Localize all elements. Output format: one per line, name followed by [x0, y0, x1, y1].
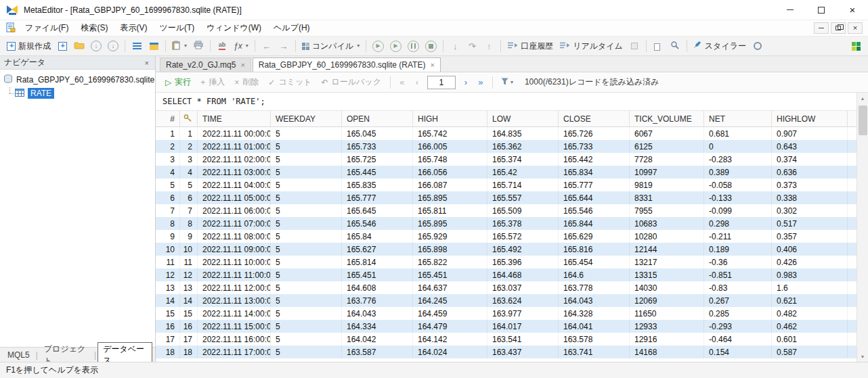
table-cell[interactable]: 165.378	[487, 217, 559, 230]
table-cell[interactable]: 10	[180, 243, 198, 256]
table-cell[interactable]: 165.451	[342, 268, 413, 281]
table-cell[interactable]: 12916	[630, 333, 704, 346]
table-cell[interactable]: 165.454	[559, 256, 630, 268]
table-cell[interactable]: 0.462	[772, 320, 848, 333]
column-header-key[interactable]	[180, 111, 198, 126]
new-file-button[interactable]: 新規作成	[4, 38, 53, 54]
table-cell[interactable]: 9	[156, 230, 180, 243]
account-history-button[interactable]: 口座履歴	[504, 38, 556, 54]
column-header-time[interactable]: TIME	[198, 111, 271, 126]
table-cell[interactable]: 5	[271, 217, 342, 230]
minimize-button[interactable]	[775, 0, 806, 20]
vertical-scrollbar[interactable]: ▲ ▼	[856, 93, 868, 362]
toolbox-toggle-button[interactable]	[146, 38, 162, 54]
table-cell[interactable]: 7955	[630, 204, 704, 217]
mdi-close-button[interactable]: ×	[848, 22, 863, 34]
navigate-forward-button[interactable]: →	[276, 38, 292, 54]
table-cell[interactable]: 7728	[630, 153, 704, 166]
table-row[interactable]: 12122022.11.11 11:00:005165.451165.45116…	[156, 268, 868, 281]
table-cell[interactable]: 165.546	[559, 204, 630, 217]
table-cell[interactable]: 0.601	[772, 333, 848, 346]
table-cell[interactable]: 6	[156, 191, 180, 204]
table-cell[interactable]: 0.681	[704, 127, 772, 140]
tree-item-table-rate[interactable]: RATE	[3, 87, 155, 100]
editor-tab-mq5[interactable]: Rate_v2.0_GJ.mq5 ×	[160, 57, 251, 72]
table-cell[interactable]: 0.154	[704, 346, 772, 358]
table-cell[interactable]: 15	[156, 307, 180, 320]
table-cell[interactable]: 0.374	[772, 153, 848, 166]
table-row[interactable]: 112022.11.11 00:00:005165.045165.742164.…	[156, 127, 868, 140]
table-cell[interactable]: -0.211	[704, 230, 772, 243]
table-cell[interactable]: 165.42	[487, 166, 559, 179]
table-cell[interactable]: 163.437	[487, 346, 559, 358]
table-cell[interactable]: 6	[180, 191, 198, 204]
table-cell[interactable]: 2022.11.11 08:00:00	[198, 230, 271, 243]
table-cell[interactable]: 5	[271, 230, 342, 243]
table-cell[interactable]: 165.733	[342, 140, 413, 153]
table-cell[interactable]: 166.005	[413, 140, 487, 153]
table-cell[interactable]: 164.043	[559, 294, 630, 307]
table-cell[interactable]: 163.037	[487, 281, 559, 294]
table-cell[interactable]: 0.482	[772, 307, 848, 320]
table-cell[interactable]: 164.245	[413, 294, 487, 307]
table-cell[interactable]: 13	[180, 281, 198, 294]
table-cell[interactable]: 2022.11.11 17:00:00	[198, 346, 271, 358]
table-cell[interactable]: 9819	[630, 179, 704, 191]
table-cell[interactable]: 165.777	[342, 191, 413, 204]
table-row[interactable]: 15152022.11.11 14:00:005164.043164.45916…	[156, 307, 868, 320]
table-cell[interactable]: 10	[156, 243, 180, 256]
table-cell[interactable]: 165.362	[487, 140, 559, 153]
table-cell[interactable]: 12069	[630, 294, 704, 307]
community-button[interactable]	[848, 38, 864, 54]
table-cell[interactable]: 5	[271, 140, 342, 153]
table-cell[interactable]: 11	[180, 256, 198, 268]
table-cell[interactable]: 164.459	[413, 307, 487, 320]
step-into-button[interactable]: ↓	[447, 38, 463, 54]
table-cell[interactable]: 5	[271, 320, 342, 333]
commit-button[interactable]: ✓ コミット	[264, 74, 316, 91]
table-cell[interactable]: 2022.11.11 11:00:00	[198, 268, 271, 281]
table-cell[interactable]: -0.851	[704, 268, 772, 281]
table-cell[interactable]: 2022.11.11 07:00:00	[198, 217, 271, 230]
table-row[interactable]: 16162022.11.11 15:00:005164.334164.47916…	[156, 320, 868, 333]
table-row[interactable]: 882022.11.11 07:00:005165.546165.895165.…	[156, 217, 868, 230]
debug-pause-button[interactable]	[405, 38, 422, 54]
rollback-button[interactable]: ↶ ロールバック	[317, 74, 385, 91]
table-cell[interactable]: 5	[271, 256, 342, 268]
table-cell[interactable]: -0.83	[704, 281, 772, 294]
table-cell[interactable]: 165.725	[342, 153, 413, 166]
step-out-button[interactable]: ↑	[481, 38, 497, 54]
table-cell[interactable]: 165.733	[559, 140, 630, 153]
table-cell[interactable]: 17	[156, 333, 180, 346]
table-cell[interactable]: 14	[156, 294, 180, 307]
table-cell[interactable]: 0.389	[704, 166, 772, 179]
table-cell[interactable]: 163.776	[342, 294, 413, 307]
table-cell[interactable]: 165.645	[342, 204, 413, 217]
table-cell[interactable]: 5	[271, 179, 342, 191]
table-cell[interactable]: 6067	[630, 127, 704, 140]
table-row[interactable]: 13132022.11.11 12:00:005164.608164.63716…	[156, 281, 868, 294]
table-cell[interactable]: 0.621	[772, 294, 848, 307]
table-cell[interactable]: -0.099	[704, 204, 772, 217]
table-cell[interactable]: 2022.11.11 01:00:00	[198, 140, 271, 153]
table-row[interactable]: 14142022.11.11 13:00:005163.776164.24516…	[156, 294, 868, 307]
table-cell[interactable]: 165.822	[413, 256, 487, 268]
table-row[interactable]: 18182022.11.11 17:00:005163.587164.02416…	[156, 346, 868, 358]
table-cell[interactable]: 165.546	[342, 217, 413, 230]
table-cell[interactable]: 165.895	[413, 217, 487, 230]
search-in-files-button[interactable]	[667, 38, 683, 54]
table-cell[interactable]: 2022.11.11 12:00:00	[198, 281, 271, 294]
table-cell[interactable]: 0.302	[772, 204, 848, 217]
tab-close-icon[interactable]: ×	[240, 61, 244, 69]
table-cell[interactable]: 2022.11.11 15:00:00	[198, 320, 271, 333]
table-cell[interactable]: 2022.11.11 02:00:00	[198, 153, 271, 166]
table-cell[interactable]: 7	[180, 204, 198, 217]
table-cell[interactable]: 2022.11.11 00:00:00	[198, 127, 271, 140]
tab-mql5[interactable]: MQL5	[3, 350, 35, 360]
table-cell[interactable]: 165.929	[413, 230, 487, 243]
table-cell[interactable]: 3	[156, 153, 180, 166]
table-cell[interactable]: 0.267	[704, 294, 772, 307]
table-cell[interactable]: 164.334	[342, 320, 413, 333]
table-cell[interactable]: 165.492	[487, 243, 559, 256]
menu-file[interactable]: ファイル(F)	[19, 20, 74, 36]
